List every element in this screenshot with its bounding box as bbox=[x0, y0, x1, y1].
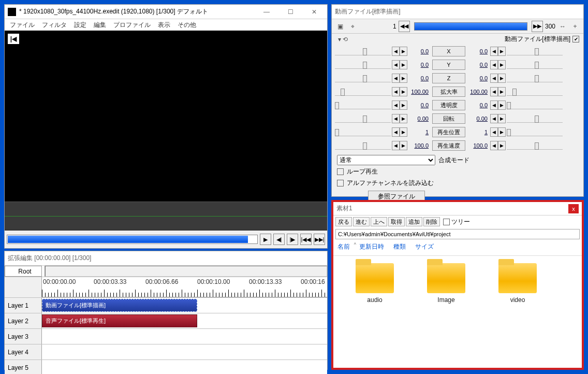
param-1-val-r[interactable]: 0.0 bbox=[467, 62, 489, 68]
layer-1-label[interactable]: Layer 1 bbox=[5, 298, 42, 313]
browser-close-button[interactable]: x bbox=[568, 204, 579, 213]
param-6-name[interactable]: 再生位置 bbox=[432, 127, 465, 137]
param-2-val-r[interactable]: 0.0 bbox=[467, 75, 489, 81]
layer-5-track[interactable] bbox=[42, 360, 327, 374]
step-fwd-button[interactable]: |▶ bbox=[287, 234, 298, 245]
param-6-slider-l[interactable] bbox=[335, 128, 391, 136]
param-0-slider-l[interactable] bbox=[335, 47, 391, 55]
col-name[interactable]: 名前 bbox=[335, 241, 357, 252]
prev-key-button[interactable]: ◀◀ bbox=[399, 21, 410, 32]
param-4-inc-l[interactable]: ▶ bbox=[400, 100, 407, 110]
param-6-val-l[interactable]: 1 bbox=[408, 129, 430, 135]
minimize-button[interactable]: — bbox=[257, 6, 276, 18]
param-2-inc-r[interactable]: ▶ bbox=[498, 74, 506, 83]
layer-2-track[interactable]: 音声ファイル[標準再生] bbox=[42, 313, 327, 328]
alpha-check[interactable] bbox=[337, 180, 344, 186]
param-4-slider-r[interactable] bbox=[507, 101, 563, 109]
param-3-name[interactable]: 拡大率 bbox=[432, 87, 465, 97]
col-size[interactable]: サイズ bbox=[413, 241, 441, 252]
layer-5-label[interactable]: Layer 5 bbox=[5, 360, 42, 374]
enable-check[interactable]: ✔ bbox=[572, 36, 579, 42]
maximize-button[interactable]: ☐ bbox=[281, 6, 300, 18]
param-2-name[interactable]: Z bbox=[432, 73, 465, 83]
param-2-dec-l[interactable]: ◀ bbox=[392, 74, 400, 83]
param-5-slider-r[interactable] bbox=[507, 114, 563, 123]
param-7-inc-l[interactable]: ▶ bbox=[400, 141, 407, 150]
menu-filter[interactable]: フィルタ bbox=[42, 21, 67, 30]
forward-button[interactable]: 進む bbox=[353, 217, 370, 226]
param-6-val-r[interactable]: 1 bbox=[467, 129, 489, 135]
param-4-val-r[interactable]: 0.0 bbox=[467, 102, 489, 108]
param-7-inc-r[interactable]: ▶ bbox=[498, 141, 506, 150]
param-5-dec-l[interactable]: ◀ bbox=[392, 114, 400, 123]
play-button[interactable]: ▶ bbox=[260, 234, 271, 245]
menu-file[interactable]: ファイル bbox=[10, 21, 35, 30]
next-key-button[interactable]: ▶▶ bbox=[532, 21, 543, 32]
layer-2-label[interactable]: Layer 2 bbox=[5, 313, 42, 328]
add-button[interactable]: 追加 bbox=[406, 217, 422, 226]
param-0-dec-r[interactable]: ◀ bbox=[490, 47, 498, 56]
audio-clip[interactable]: 音声ファイル[標準再生] bbox=[42, 314, 197, 327]
param-1-slider-r[interactable] bbox=[507, 61, 563, 69]
param-1-dec-l[interactable]: ◀ bbox=[392, 60, 400, 69]
param-0-slider-r[interactable] bbox=[507, 47, 563, 55]
param-0-val-r[interactable]: 0.0 bbox=[467, 48, 489, 54]
param-4-dec-r[interactable]: ◀ bbox=[490, 100, 498, 110]
param-7-val-l[interactable]: 100.0 bbox=[408, 142, 430, 149]
audio-waveform[interactable] bbox=[5, 202, 327, 231]
layer-4-track[interactable] bbox=[42, 344, 327, 359]
param-0-inc-l[interactable]: ▶ bbox=[400, 47, 407, 56]
close-button[interactable]: ✕ bbox=[304, 6, 324, 18]
back-button[interactable]: 戻る bbox=[335, 217, 352, 226]
layer-1-track[interactable]: 動画ファイル[標準描画] bbox=[42, 298, 327, 313]
first-frame-icon[interactable]: |◀ bbox=[8, 34, 19, 44]
add-icon[interactable]: + bbox=[570, 21, 580, 32]
param-4-name[interactable]: 透明度 bbox=[432, 100, 465, 110]
param-5-slider-l[interactable] bbox=[335, 114, 391, 123]
param-2-slider-r[interactable] bbox=[507, 74, 563, 82]
menu-profile[interactable]: プロファイル bbox=[113, 21, 151, 30]
param-0-val-l[interactable]: 0.0 bbox=[408, 48, 430, 54]
col-type[interactable]: 種類 bbox=[391, 241, 413, 252]
param-2-slider-l[interactable] bbox=[335, 74, 391, 82]
go-end-button[interactable]: ▶▶| bbox=[314, 234, 325, 245]
param-0-name[interactable]: X bbox=[432, 46, 465, 56]
param-6-inc-l[interactable]: ▶ bbox=[400, 127, 407, 137]
param-6-inc-r[interactable]: ▶ bbox=[498, 127, 506, 137]
folder-image[interactable]: Image bbox=[420, 263, 472, 304]
param-7-dec-l[interactable]: ◀ bbox=[392, 141, 400, 150]
layer-4-label[interactable]: Layer 4 bbox=[5, 344, 42, 359]
frame-scrub[interactable] bbox=[414, 22, 527, 31]
param-3-inc-l[interactable]: ▶ bbox=[400, 87, 407, 96]
param-2-dec-r[interactable]: ◀ bbox=[490, 74, 498, 83]
param-1-val-l[interactable]: 0.0 bbox=[408, 62, 430, 68]
menu-other[interactable]: その他 bbox=[178, 21, 196, 30]
param-7-slider-r[interactable] bbox=[507, 141, 563, 150]
param-4-val-l[interactable]: 0.0 bbox=[408, 102, 430, 108]
expand-icon[interactable]: ↔ bbox=[557, 21, 568, 32]
param-4-dec-l[interactable]: ◀ bbox=[392, 100, 400, 110]
scrub-slider[interactable] bbox=[7, 235, 258, 244]
delete-button[interactable]: 削除 bbox=[423, 217, 440, 226]
param-4-inc-r[interactable]: ▶ bbox=[498, 100, 506, 110]
preview-area[interactable]: |◀ bbox=[5, 31, 327, 202]
col-date[interactable]: 更新日時 bbox=[357, 241, 391, 252]
folder-audio[interactable]: audio bbox=[349, 263, 401, 304]
param-5-inc-l[interactable]: ▶ bbox=[400, 114, 407, 123]
tree-check[interactable] bbox=[443, 219, 450, 225]
menu-view[interactable]: 表示 bbox=[158, 21, 170, 30]
param-0-dec-l[interactable]: ◀ bbox=[392, 47, 400, 56]
up-button[interactable]: 上へ bbox=[371, 217, 387, 226]
video-clip[interactable]: 動画ファイル[標準描画] bbox=[42, 299, 197, 312]
param-6-dec-l[interactable]: ◀ bbox=[392, 127, 400, 137]
param-5-name[interactable]: 回転 bbox=[432, 113, 465, 124]
root-button[interactable]: Root bbox=[5, 266, 42, 277]
loop-check[interactable] bbox=[337, 168, 344, 175]
param-6-slider-r[interactable] bbox=[507, 128, 563, 136]
step-back-button[interactable]: ◀| bbox=[273, 234, 285, 245]
camera-icon[interactable]: ⌖ bbox=[347, 21, 358, 32]
param-1-dec-r[interactable]: ◀ bbox=[490, 60, 498, 69]
param-6-dec-r[interactable]: ◀ bbox=[490, 127, 498, 137]
param-3-slider-l[interactable] bbox=[335, 88, 391, 96]
layer-3-label[interactable]: Layer 3 bbox=[5, 329, 42, 344]
